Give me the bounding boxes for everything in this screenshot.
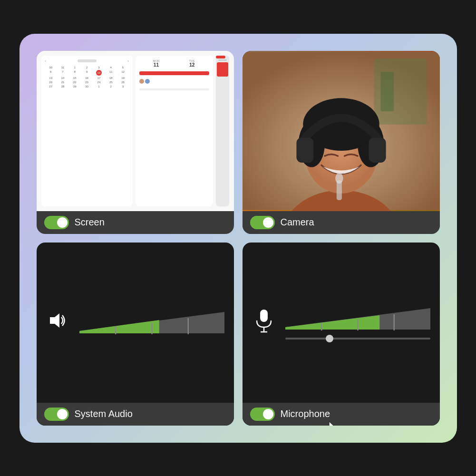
system-audio-card-bottom: System Audio bbox=[37, 403, 234, 426]
microphone-card-bottom: Microphone bbox=[243, 403, 440, 426]
screen-toggle[interactable] bbox=[44, 216, 69, 229]
microphone-slider-thumb[interactable] bbox=[326, 335, 333, 342]
svg-rect-10 bbox=[296, 137, 313, 163]
cal-grid: 303112345 6789101112 13141516171819 2021… bbox=[45, 66, 129, 88]
placeholder-bar bbox=[139, 88, 209, 90]
meter-svg bbox=[79, 310, 224, 336]
microphone-slider-track bbox=[285, 338, 430, 340]
svg-point-13 bbox=[335, 173, 343, 184]
person-photo bbox=[243, 51, 440, 211]
microphone-meter bbox=[285, 306, 430, 340]
system-audio-label: System Audio bbox=[75, 408, 133, 419]
microphone-toggle-knob bbox=[263, 409, 273, 419]
screen-toggle-knob bbox=[57, 217, 68, 228]
screen-card: ‹ › 303112345 6789101112 13141516171819 … bbox=[37, 51, 234, 234]
microphone-slider-row bbox=[285, 338, 430, 340]
mic-meter-svg bbox=[285, 306, 430, 332]
meter-container bbox=[79, 310, 224, 336]
phone-notch bbox=[218, 59, 227, 61]
phone-mock bbox=[216, 56, 229, 206]
avatar-2 bbox=[145, 79, 150, 84]
mic-svg bbox=[252, 307, 276, 333]
cal-header: ‹ › bbox=[45, 59, 129, 63]
speaker-icon bbox=[46, 309, 70, 337]
svg-rect-2 bbox=[380, 72, 394, 111]
phone-event bbox=[217, 62, 228, 77]
cards-grid: ‹ › 303112345 6789101112 13141516171819 … bbox=[37, 51, 440, 426]
camera-preview bbox=[243, 51, 440, 211]
mic-meter-container bbox=[285, 306, 430, 332]
person-illustration bbox=[243, 51, 440, 211]
camera-card: Camera bbox=[243, 51, 440, 234]
screen-label: Screen bbox=[75, 217, 105, 228]
camera-toggle-knob bbox=[263, 217, 273, 228]
system-audio-preview bbox=[37, 243, 234, 403]
camera-label: Camera bbox=[281, 217, 314, 228]
col2-num: 12 bbox=[175, 62, 209, 68]
microphone-preview bbox=[243, 243, 440, 403]
system-audio-toggle-knob bbox=[57, 409, 68, 419]
screen-preview: ‹ › 303112345 6789101112 13141516171819 … bbox=[37, 51, 234, 211]
svg-marker-16 bbox=[79, 320, 159, 333]
col1-num: 11 bbox=[139, 62, 173, 68]
calendar-right: MON 11 TUE 12 bbox=[136, 56, 213, 206]
cal-month-bar bbox=[78, 59, 97, 62]
svg-marker-24 bbox=[285, 315, 379, 330]
speaker-svg bbox=[46, 309, 70, 332]
camera-card-bottom: Camera bbox=[243, 211, 440, 234]
system-audio-card: System Audio bbox=[37, 243, 234, 426]
phone-bottom-bar bbox=[216, 56, 225, 58]
microphone-icon bbox=[252, 307, 276, 338]
microphone-label: Microphone bbox=[281, 408, 330, 419]
microphone-toggle[interactable] bbox=[250, 408, 275, 421]
screen-card-bottom: Screen bbox=[37, 211, 234, 234]
avatar-1 bbox=[139, 79, 144, 84]
main-container: ‹ › 303112345 6789101112 13141516171819 … bbox=[19, 34, 457, 443]
microphone-card: Microphone bbox=[243, 243, 440, 426]
camera-toggle[interactable] bbox=[250, 216, 275, 229]
calendar-left: ‹ › 303112345 6789101112 13141516171819 … bbox=[41, 56, 133, 206]
svg-rect-11 bbox=[369, 137, 386, 163]
system-audio-meter bbox=[79, 310, 224, 336]
svg-rect-20 bbox=[260, 310, 268, 322]
cal-col-headers: MON 11 TUE 12 bbox=[139, 59, 209, 68]
event-avatars bbox=[139, 79, 209, 84]
event-bar-1 bbox=[139, 71, 209, 75]
svg-marker-14 bbox=[50, 313, 59, 328]
calendar-mock: ‹ › 303112345 6789101112 13141516171819 … bbox=[41, 56, 229, 206]
system-audio-toggle[interactable] bbox=[44, 408, 69, 421]
cal-prev-arrow: ‹ bbox=[45, 59, 46, 63]
cal-next-arrow: › bbox=[127, 59, 128, 63]
